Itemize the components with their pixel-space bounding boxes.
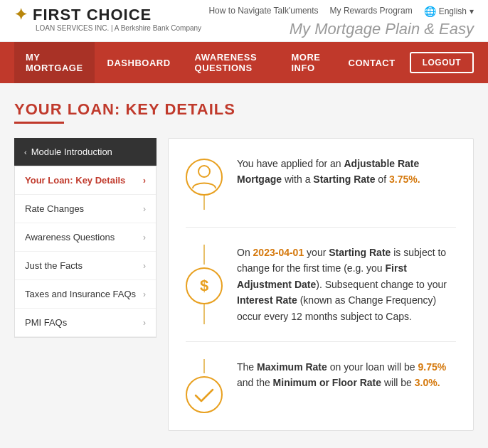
header: ✦ FIRST CHOICE LOAN SERVICES INC. | A Be…: [0, 0, 488, 42]
checkmark-icon: [186, 376, 223, 413]
sidebar: ‹ Module Introduction Your Loan: Key Det…: [14, 138, 157, 431]
sidebar-item-facts[interactable]: Just the Facts ›: [15, 252, 156, 280]
nav-talk-uments[interactable]: How to Navigate Talk'uments: [208, 6, 318, 17]
chevron-left-icon: ‹: [24, 148, 27, 156]
svg-text:$: $: [200, 277, 208, 294]
logo-icon: ✦: [14, 6, 27, 24]
person-icon: [186, 159, 223, 196]
top-links: How to Navigate Talk'uments My Rewards P…: [208, 6, 474, 17]
arrow-icon: ›: [143, 233, 146, 242]
nav-item-more-info[interactable]: MORE INFO: [280, 42, 335, 83]
icon-wrapper-3: [186, 359, 223, 413]
info-text-1: You have applied for an Adjustable Rate …: [237, 156, 456, 210]
svg-point-4: [186, 377, 222, 412]
arrow-icon: ›: [143, 289, 146, 299]
logo-title: FIRST CHOICE: [33, 6, 152, 24]
main-panel: You have applied for an Adjustable Rate …: [168, 138, 474, 431]
main-content: YOUR LOAN: KEY DETAILS ‹ Module Introduc…: [0, 83, 488, 448]
sidebar-item-label: Awareness Questions: [25, 232, 115, 242]
nav-rewards[interactable]: My Rewards Program: [330, 6, 413, 17]
sidebar-menu: Your Loan: Key Details › Rate Changes › …: [14, 166, 157, 338]
nav-bar: MY MORTGAGE DASHBOARD AWARENESS QUESTION…: [0, 42, 488, 83]
timeline-connector-top: [203, 245, 205, 265]
arrow-icon: ›: [143, 318, 146, 328]
module-label: Module Introduction: [31, 146, 112, 157]
timeline-connector: [203, 196, 205, 210]
language-selector-header[interactable]: 🌐 English ▾: [424, 6, 474, 17]
info-block-1: You have applied for an Adjustable Rate …: [186, 156, 456, 228]
sidebar-item-label: PMI FAQs: [25, 317, 67, 328]
arrow-icon: ›: [143, 176, 146, 186]
logo-subtitle: LOAN SERVICES INC. | A Berkshire Bank Co…: [36, 24, 201, 32]
info-text-2: On 2023-04-01 your Starting Rate is subj…: [237, 245, 456, 324]
nav-item-awareness[interactable]: AWARENESS QUESTIONS: [184, 42, 279, 83]
title-underline: [14, 122, 64, 124]
top-right: How to Navigate Talk'uments My Rewards P…: [208, 6, 474, 38]
arrow-icon: ›: [143, 204, 146, 214]
logo-area: ✦ FIRST CHOICE LOAN SERVICES INC. | A Be…: [14, 6, 201, 32]
sidebar-item-taxes[interactable]: Taxes and Insurance FAQs ›: [15, 280, 156, 309]
sidebar-item-key-details[interactable]: Your Loan: Key Details ›: [15, 166, 156, 195]
svg-point-1: [198, 166, 210, 177]
module-header[interactable]: ‹ Module Introduction: [14, 138, 157, 166]
chevron-down-icon: ▾: [470, 6, 474, 16]
logo-top: ✦ FIRST CHOICE: [14, 6, 201, 24]
logout-button[interactable]: LOGOUT: [410, 52, 474, 73]
sidebar-item-pmi[interactable]: PMI FAQs ›: [15, 309, 156, 337]
icon-wrapper-1: [186, 156, 223, 210]
sidebar-item-label: Rate Changes: [25, 203, 84, 214]
dollar-icon: $: [186, 267, 223, 304]
tagline: My Mortgage Plain & Easy: [208, 20, 474, 38]
nav-item-my-mortgage[interactable]: MY MORTGAGE: [14, 42, 95, 83]
globe-icon: 🌐: [424, 6, 436, 17]
arrow-icon: ›: [143, 261, 146, 271]
timeline-connector-bottom: [203, 304, 205, 324]
language-label-header: English: [439, 6, 467, 16]
icon-wrapper-2: $: [186, 245, 223, 324]
content-layout: ‹ Module Introduction Your Loan: Key Det…: [14, 138, 474, 431]
sidebar-item-label: Your Loan: Key Details: [25, 175, 125, 186]
sidebar-item-awareness[interactable]: Awareness Questions ›: [15, 223, 156, 252]
nav-item-contact[interactable]: CONTACT: [337, 48, 407, 78]
sidebar-item-label: Taxes and Insurance FAQs: [25, 289, 136, 299]
info-block-2: $ On 2023-04-01 your Starting Rate is su…: [186, 245, 456, 342]
page-title: YOUR LOAN: KEY DETAILS: [14, 100, 474, 119]
info-block-3: The Maximum Rate on your loan will be 9.…: [186, 359, 456, 413]
sidebar-item-label: Just the Facts: [25, 260, 83, 271]
info-text-3: The Maximum Rate on your loan will be 9.…: [237, 359, 456, 413]
timeline-connector-top2: [203, 359, 205, 373]
nav-item-dashboard[interactable]: DASHBOARD: [96, 48, 182, 78]
sidebar-item-rate-changes[interactable]: Rate Changes ›: [15, 195, 156, 223]
